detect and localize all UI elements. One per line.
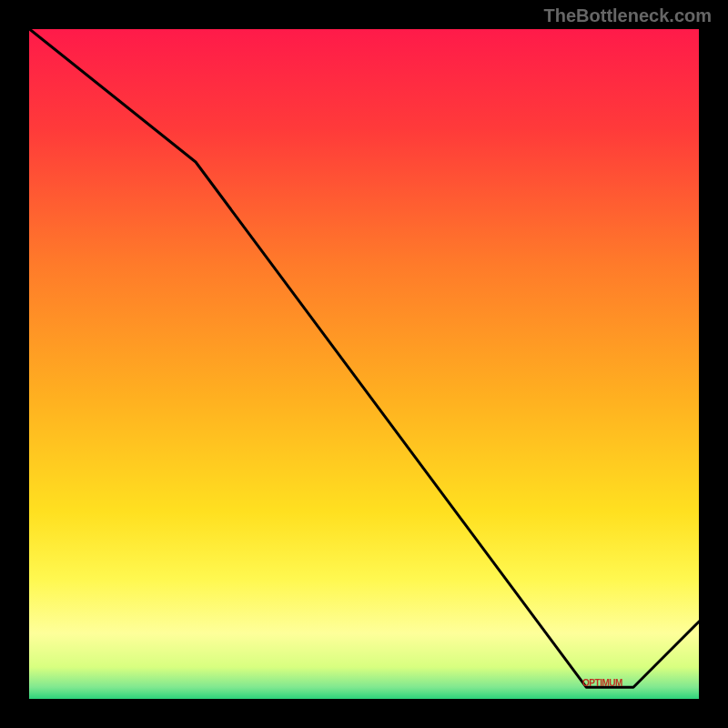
chart-line-curve	[27, 27, 701, 701]
chart-plot-area: OPTIMUM	[27, 27, 701, 701]
optimum-label: OPTIMUM	[582, 678, 622, 688]
watermark-text: TheBottleneck.com	[544, 5, 712, 26]
